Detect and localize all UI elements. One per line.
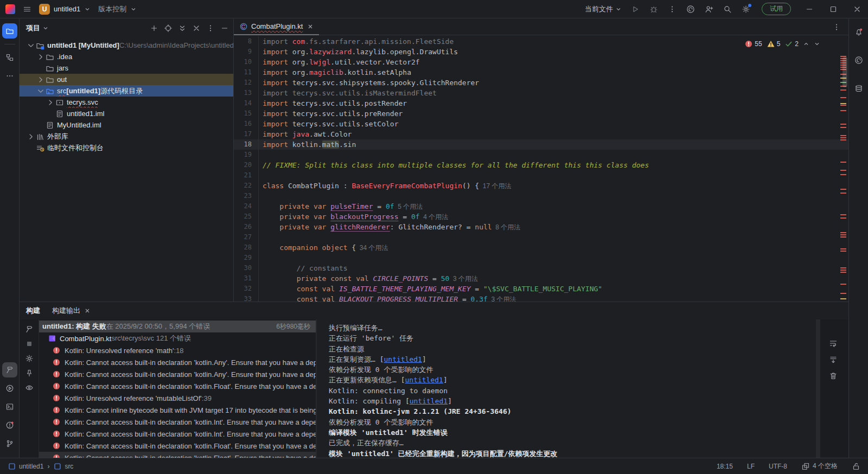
error-stripe-mark[interactable] bbox=[840, 251, 846, 252]
line-number[interactable]: 30 bbox=[234, 263, 258, 273]
hide-panel-button[interactable] bbox=[220, 24, 229, 33]
tab-build-output[interactable]: 构建输出 bbox=[52, 302, 91, 319]
code-line[interactable]: 24 private var pulseTimer = 0f 5 个用法 bbox=[234, 201, 848, 212]
minimize-button[interactable] bbox=[799, 0, 820, 18]
code-line[interactable]: 18import kotlin.math.sin bbox=[234, 139, 848, 150]
code-line[interactable]: 30 // constants bbox=[234, 263, 848, 273]
error-stripe-mark[interactable] bbox=[840, 127, 846, 128]
sidebar-item-notifications[interactable] bbox=[851, 24, 866, 40]
warning-stripe-mark[interactable] bbox=[840, 298, 846, 299]
pin-icon[interactable] bbox=[25, 369, 34, 377]
line-number[interactable]: 22 bbox=[234, 181, 258, 191]
expand-all-button[interactable] bbox=[178, 24, 187, 33]
error-stripe-mark[interactable] bbox=[840, 214, 846, 215]
sidebar-item-ai-assistant[interactable] bbox=[851, 53, 866, 68]
line-number[interactable]: 13 bbox=[234, 88, 258, 98]
line-number[interactable]: 21 bbox=[234, 170, 258, 181]
line-number[interactable]: 9 bbox=[234, 47, 258, 57]
error-stripe-mark[interactable] bbox=[840, 110, 846, 111]
line-number[interactable]: 28 bbox=[234, 242, 258, 253]
line-number[interactable]: 31 bbox=[234, 273, 258, 284]
add-button[interactable] bbox=[150, 24, 158, 33]
locate-file-button[interactable] bbox=[164, 24, 173, 33]
stop-icon[interactable] bbox=[25, 340, 34, 348]
trial-badge[interactable]: 试用 bbox=[762, 3, 791, 15]
chevron-icon[interactable] bbox=[46, 98, 55, 107]
code-line[interactable]: 31 private const val CIRCLE_POINTS = 50 … bbox=[234, 273, 848, 284]
chevron-icon[interactable] bbox=[26, 41, 35, 50]
main-menu-icon[interactable] bbox=[23, 5, 31, 14]
sidebar-item-problems[interactable] bbox=[2, 418, 17, 433]
error-stripe-mark[interactable] bbox=[840, 293, 846, 294]
code-line[interactable]: 26 private var glitchRenderer: GlitchRen… bbox=[234, 222, 848, 232]
gear-icon[interactable] bbox=[25, 354, 34, 363]
code-line[interactable]: 15import tecrys.svc.utils.preRender bbox=[234, 108, 848, 119]
error-stripe-mark[interactable] bbox=[840, 105, 846, 106]
inspection-widget[interactable]: 55 5 2 bbox=[744, 40, 820, 48]
settings-button[interactable] bbox=[738, 1, 754, 17]
error-stripe-mark[interactable] bbox=[840, 162, 846, 163]
error-stripe-mark[interactable] bbox=[840, 270, 846, 271]
code-line[interactable]: 12import tecrys.svc.shipsystems.spooky.G… bbox=[234, 78, 848, 88]
code-line[interactable]: 32 const val IS_BATTLE_THEME_PLAYING_MEM… bbox=[234, 284, 848, 294]
build-error-row[interactable]: Kotlin: Unresolved reference 'math' :18 bbox=[39, 344, 316, 356]
error-stripe-mark[interactable] bbox=[840, 189, 846, 190]
line-number[interactable]: 24 bbox=[234, 201, 258, 212]
build-error-row[interactable]: Kotlin: Cannot access built-in declarati… bbox=[39, 428, 316, 440]
line-number[interactable]: 26 bbox=[234, 222, 258, 232]
error-stripe-mark[interactable] bbox=[840, 248, 846, 249]
error-stripe-mark[interactable] bbox=[840, 174, 846, 175]
build-error-row[interactable]: Kotlin: Cannot access built-in declarati… bbox=[39, 416, 316, 428]
error-stripe-mark[interactable] bbox=[840, 135, 846, 136]
error-stripe-mark[interactable] bbox=[840, 139, 846, 140]
code-line[interactable]: 27 bbox=[234, 232, 848, 242]
code-line[interactable]: 33 const val BLACKOUT_PROGRESS_MULTIPLIE… bbox=[234, 294, 848, 302]
code-line[interactable]: 21 bbox=[234, 170, 848, 181]
chevron-icon[interactable] bbox=[36, 75, 45, 84]
tree-item[interactable]: MyUntitled.iml bbox=[20, 119, 233, 131]
eye-icon[interactable] bbox=[25, 383, 34, 392]
build-error-row[interactable]: Kotlin: Cannot access built-in declarati… bbox=[39, 368, 316, 380]
rebuild-icon[interactable] bbox=[25, 325, 34, 334]
line-number[interactable]: 16 bbox=[234, 119, 258, 129]
line-number[interactable]: 25 bbox=[234, 212, 258, 222]
tree-item[interactable]: tecrys.svc bbox=[20, 97, 233, 108]
collapse-all-button[interactable] bbox=[192, 24, 201, 33]
code-line[interactable]: 10import org.lwjgl.util.vector.Vector2f bbox=[234, 57, 848, 67]
tree-item[interactable]: out bbox=[20, 74, 233, 85]
line-number[interactable]: 17 bbox=[234, 129, 258, 139]
line-number[interactable]: 14 bbox=[234, 98, 258, 108]
tree-item[interactable]: untitled1.iml bbox=[20, 108, 233, 119]
indent-widget[interactable]: 4 个空格 bbox=[801, 462, 838, 471]
sidebar-item-git[interactable] bbox=[2, 436, 17, 451]
error-stripe-mark[interactable] bbox=[840, 124, 846, 125]
cursor-position-widget[interactable]: 18:15 bbox=[717, 463, 733, 470]
build-panel-title[interactable]: 构建 bbox=[26, 306, 40, 316]
line-number[interactable]: 20 bbox=[234, 160, 258, 170]
chevron-icon[interactable] bbox=[36, 87, 45, 95]
sidebar-item-database[interactable] bbox=[851, 81, 866, 96]
code-line[interactable]: 13import tecrys.svc.utils.isMastermindFl… bbox=[234, 88, 848, 98]
tree-item[interactable]: jars bbox=[20, 62, 233, 74]
error-stripe-mark[interactable] bbox=[840, 89, 846, 91]
more-actions-button[interactable] bbox=[664, 1, 680, 17]
tab-combatplugin[interactable]: CombatPlugin.kt bbox=[234, 19, 319, 35]
breadcrumb-module[interactable]: untitled1 bbox=[8, 462, 43, 471]
error-stripe-mark[interactable] bbox=[840, 217, 846, 219]
build-error-row[interactable]: Kotlin: Unresolved reference 'mutableLis… bbox=[39, 392, 316, 404]
line-number[interactable]: 19 bbox=[234, 150, 258, 160]
code-line[interactable]: 20// FIXME: Split this class into multip… bbox=[234, 160, 848, 170]
sidebar-item-build[interactable] bbox=[2, 362, 17, 377]
run-config-selector[interactable]: 当前文件 bbox=[585, 4, 622, 14]
tree-item[interactable]: untitled1 [MyUntitled] C:\Users\admin\Id… bbox=[20, 40, 233, 51]
line-number[interactable]: 11 bbox=[234, 67, 258, 78]
error-stripe-mark[interactable] bbox=[840, 236, 846, 238]
run-button[interactable] bbox=[627, 1, 643, 17]
code-line[interactable]: 22class CombatPlugin : BaseEveryFrameCom… bbox=[234, 181, 848, 191]
code-line[interactable]: 14import tecrys.svc.utils.postRender bbox=[234, 98, 848, 108]
warning-stripe-mark[interactable] bbox=[840, 103, 846, 104]
chevron-icon[interactable] bbox=[36, 53, 45, 61]
line-number[interactable]: 33 bbox=[234, 294, 258, 302]
error-stripe-mark[interactable] bbox=[840, 272, 846, 273]
console-scrollbar[interactable] bbox=[816, 319, 820, 458]
